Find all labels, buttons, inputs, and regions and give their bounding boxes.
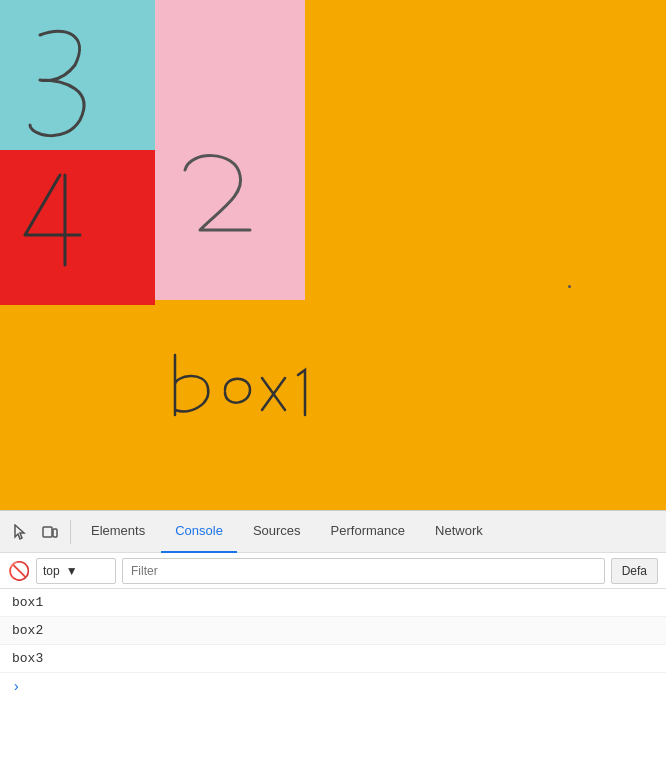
console-prompt[interactable]: › xyxy=(0,673,666,701)
default-levels-button[interactable]: Defa xyxy=(611,558,658,584)
context-label: top xyxy=(43,564,60,578)
tab-console[interactable]: Console xyxy=(161,511,237,553)
dot xyxy=(568,285,571,288)
console-line-3: box3 xyxy=(0,645,666,673)
context-dropdown-icon: ▼ xyxy=(66,564,78,578)
tab-elements[interactable]: Elements xyxy=(77,511,159,553)
box-pink xyxy=(155,0,305,300)
tab-sources[interactable]: Sources xyxy=(239,511,315,553)
webpage-content xyxy=(0,0,666,510)
console-line-2: box2 xyxy=(0,617,666,645)
cursor-icon-button[interactable] xyxy=(6,518,34,546)
context-selector[interactable]: top ▼ xyxy=(36,558,116,584)
tab-network[interactable]: Network xyxy=(421,511,497,553)
box1-handwritten-svg xyxy=(170,350,330,430)
number-2-svg xyxy=(170,140,290,240)
devtools-panel: Elements Console Sources Performance Net… xyxy=(0,510,666,765)
console-output: box1 box2 box3 › xyxy=(0,589,666,765)
console-line-1: box1 xyxy=(0,589,666,617)
number-4-svg xyxy=(5,155,115,285)
number-3-svg xyxy=(10,10,110,140)
console-filter-bar: 🚫 top ▼ Defa xyxy=(0,553,666,589)
devtools-toolbar: Elements Console Sources Performance Net… xyxy=(0,511,666,553)
svg-rect-1 xyxy=(53,529,57,537)
toolbar-separator xyxy=(70,520,71,544)
prompt-caret: › xyxy=(12,679,20,695)
svg-rect-0 xyxy=(43,527,52,537)
clear-console-button[interactable]: 🚫 xyxy=(8,560,30,582)
filter-input[interactable] xyxy=(122,558,605,584)
box-cyan xyxy=(0,0,155,150)
device-toggle-button[interactable] xyxy=(36,518,64,546)
tab-performance[interactable]: Performance xyxy=(317,511,419,553)
box-red xyxy=(0,150,155,305)
